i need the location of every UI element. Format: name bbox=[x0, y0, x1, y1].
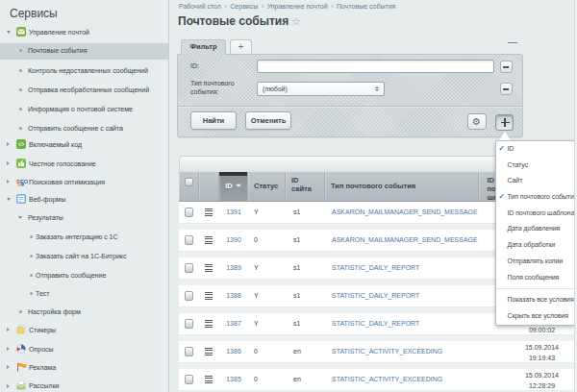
sidebar-item[interactable]: Включаемый код bbox=[0, 137, 168, 152]
row-menu-icon[interactable] bbox=[205, 320, 213, 328]
row-event-type-link[interactable]: STATISTIC_ACTIVITY_EXCEEDING bbox=[332, 341, 448, 362]
menu-item-column[interactable]: Поля сообщения bbox=[496, 270, 574, 286]
cancel-button[interactable]: Отменить bbox=[245, 111, 291, 130]
sidebar-item[interactable]: Честное голосование bbox=[0, 157, 168, 171]
remove-id-field-button[interactable] bbox=[500, 61, 513, 73]
sidebar-item[interactable]: Стикеры bbox=[0, 323, 168, 337]
chevron-right-icon[interactable] bbox=[7, 328, 10, 331]
grid-header-cell[interactable]: ID bbox=[219, 172, 248, 201]
plus-icon: + bbox=[231, 40, 251, 53]
row-event-type-link[interactable]: ASKARON_MAILMANAGER_SEND_MESSAGE bbox=[332, 202, 448, 223]
breadcrumb-item[interactable]: Рабочий стол bbox=[179, 3, 221, 10]
row-event-type-link[interactable]: STATISTIC_DAILY_REPORT bbox=[332, 285, 448, 306]
row-checkbox[interactable] bbox=[185, 375, 194, 384]
menu-item-column[interactable]: ✓Тип почтового события bbox=[496, 189, 574, 206]
menu-item-column[interactable]: ✓ID bbox=[496, 141, 574, 158]
menu-separator bbox=[496, 288, 574, 289]
chevron-right-icon[interactable] bbox=[7, 142, 10, 146]
sidebar-item[interactable]: Отправить сообщение bbox=[0, 268, 168, 282]
sidebar-item[interactable]: Управление почтой bbox=[0, 25, 168, 39]
sidebar-item[interactable]: Почтовые события bbox=[0, 43, 168, 60]
sidebar-item[interactable]: Веб-формы bbox=[0, 192, 168, 207]
row-id-link[interactable]: 1390 bbox=[219, 230, 248, 251]
select-all-checkbox[interactable] bbox=[185, 178, 194, 187]
row-checkbox[interactable] bbox=[185, 319, 194, 329]
filter-type-select[interactable]: (любой) bbox=[257, 82, 385, 96]
row-event-type-link[interactable]: STATISTIC_DAILY_REPORT bbox=[332, 313, 448, 334]
row-menu-icon[interactable] bbox=[205, 236, 213, 244]
row-checkbox[interactable] bbox=[185, 235, 194, 245]
row-menu-icon[interactable] bbox=[205, 208, 213, 216]
row-event-type-link[interactable]: STATISTIC_DAILY_REPORT bbox=[332, 257, 448, 279]
row-id-link[interactable]: 1385 bbox=[219, 369, 248, 390]
chevron-right-icon[interactable] bbox=[7, 180, 10, 184]
menu-item-column[interactable]: Дата добавления bbox=[496, 221, 574, 237]
chevron-down-icon[interactable] bbox=[18, 216, 22, 219]
row-event-type-link[interactable]: STATISTIC_ACTIVITY_EXCEEDING bbox=[332, 369, 448, 390]
grid-header-cell[interactable]: ID сайта bbox=[286, 172, 325, 201]
row-menu-icon[interactable] bbox=[205, 264, 213, 272]
sidebar-item[interactable]: Реклама bbox=[0, 360, 168, 375]
menu-item-action[interactable]: Скрыть все условия bbox=[496, 308, 574, 325]
row-checkbox[interactable] bbox=[185, 347, 194, 356]
chevron-right-icon[interactable] bbox=[7, 365, 10, 369]
menu-item-column[interactable]: Статус bbox=[496, 158, 574, 174]
sidebar-item[interactable]: Тест bbox=[0, 286, 168, 301]
sidebar-item[interactable]: Результаты bbox=[0, 210, 168, 225]
sidebar-item[interactable]: Опросы bbox=[0, 342, 168, 356]
sidebar-item[interactable]: Рассылки bbox=[0, 379, 168, 392]
row-id-link[interactable]: 1388 bbox=[219, 285, 248, 306]
row-menu-icon[interactable] bbox=[205, 348, 213, 355]
row-checkbox[interactable] bbox=[185, 263, 194, 273]
chevron-down-icon[interactable] bbox=[7, 198, 11, 201]
row-id-link[interactable]: 1386 bbox=[219, 341, 248, 362]
find-button[interactable]: Найти bbox=[190, 111, 237, 130]
menu-item-label: Отправлять копии bbox=[508, 257, 564, 264]
sidebar-item[interactable]: Отправка необработанных сообщений bbox=[0, 83, 168, 97]
row-menu-icon[interactable] bbox=[205, 292, 213, 300]
sidebar-item[interactable]: Информация о почтовой системе bbox=[0, 102, 168, 116]
minus-icon bbox=[503, 66, 509, 68]
chevron-right-icon[interactable] bbox=[7, 161, 10, 165]
filter-id-input[interactable] bbox=[257, 60, 494, 73]
chevron-right-icon[interactable] bbox=[7, 384, 10, 388]
menu-item-column[interactable]: Сайт bbox=[496, 173, 574, 189]
menu-item-column[interactable]: Дата обработки bbox=[496, 237, 574, 254]
chevron-down-icon[interactable] bbox=[7, 31, 11, 34]
remove-type-field-button[interactable] bbox=[500, 83, 513, 95]
menu-item-column[interactable]: ID почтового шаблона bbox=[496, 206, 574, 222]
menu-item-column[interactable]: Отправлять копии bbox=[496, 254, 574, 270]
breadcrumb-item[interactable]: Почтовые события bbox=[337, 3, 395, 10]
row-checkbox[interactable] bbox=[185, 291, 194, 301]
breadcrumb-item[interactable]: Сервисы bbox=[230, 3, 258, 10]
favorite-star-icon[interactable]: ☆ bbox=[291, 15, 301, 28]
tab-filter[interactable]: Фильтр bbox=[181, 39, 226, 55]
tab-add-filter[interactable]: + bbox=[230, 39, 252, 54]
chevron-right-icon[interactable] bbox=[7, 347, 10, 351]
row-menu-icon[interactable] bbox=[205, 376, 213, 383]
sidebar-item-label: Заказать интеграцию с 1С bbox=[36, 233, 118, 240]
filter-settings-button[interactable]: ⚙ bbox=[467, 113, 487, 130]
row-id-link[interactable]: 1391 bbox=[219, 202, 248, 223]
checkmark-icon: ✓ bbox=[499, 141, 505, 158]
sidebar-item-label: Отправка необработанных сообщений bbox=[28, 86, 149, 93]
add-filter-condition-button[interactable] bbox=[495, 114, 514, 131]
sidebar-item[interactable]: Контроль недоставленных сообщений bbox=[0, 63, 168, 78]
grid-header-cell[interactable]: Статус bbox=[248, 172, 286, 201]
sidebar-item[interactable]: Заказать интеграцию с 1С bbox=[0, 230, 168, 244]
row-site: en bbox=[293, 341, 325, 362]
breadcrumb-item[interactable]: Управление почтой bbox=[267, 3, 328, 10]
sidebar-item[interactable]: Отправить сообщение с сайта bbox=[0, 121, 168, 135]
time-line: 12:28:29 bbox=[500, 380, 577, 391]
sidebar-item[interactable]: Настройка форм bbox=[0, 305, 168, 319]
sidebar-item[interactable]: Заказать сайт на 1С-Битрикс bbox=[0, 249, 168, 263]
filter-collapse-icon[interactable]: — bbox=[508, 37, 517, 47]
sidebar-item[interactable]: SEOПоисковая оптимизация bbox=[0, 175, 168, 189]
row-checkbox[interactable] bbox=[185, 208, 194, 217]
grid-header-cell[interactable]: Тип почтового события bbox=[325, 172, 479, 201]
menu-item-action[interactable]: Показать все условия bbox=[496, 292, 574, 308]
row-id-link[interactable]: 1389 bbox=[219, 257, 248, 279]
polls-icon bbox=[16, 344, 26, 354]
row-event-type-link[interactable]: ASKARON_MAILMANAGER_SEND_MESSAGE bbox=[332, 230, 448, 251]
row-id-link[interactable]: 1387 bbox=[219, 313, 248, 334]
